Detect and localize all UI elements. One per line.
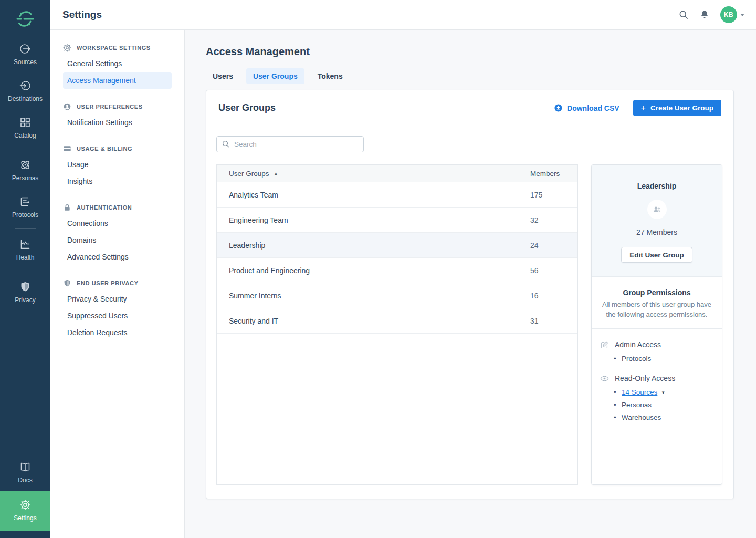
sidebar-item-sources[interactable]: Sources (0, 36, 50, 73)
primary-sidebar: Sources Destinations Catalog Personas Pr… (0, 0, 50, 538)
permission-item: Protocols (600, 355, 713, 363)
group-name: Leadership (600, 182, 713, 190)
group-detail-summary: Leadership 27 Members Edit User Group (592, 165, 722, 277)
permission-item: Personas (600, 401, 713, 409)
sidebar-spacer (0, 311, 50, 454)
table-row-selected[interactable]: Leadership 24 (217, 233, 578, 258)
app-window: Sources Destinations Catalog Personas Pr… (0, 0, 756, 538)
user-icon (63, 102, 71, 111)
tab-users[interactable]: Users (206, 68, 240, 84)
create-user-group-label: Create User Group (650, 104, 713, 112)
group-avatar (647, 200, 667, 219)
sidebar-item-destinations[interactable]: Destinations (0, 73, 50, 109)
sidebar-item-health[interactable]: Health (0, 231, 50, 268)
divider (592, 328, 722, 329)
page-section-title: Settings (62, 9, 102, 20)
group-detail-panel: Leadership 27 Members Edit User Group Gr… (591, 164, 722, 485)
user-menu[interactable]: KB (720, 6, 744, 23)
sidebar-item-label: Privacy (15, 296, 35, 304)
section-title: USER PREFERENCES (77, 104, 143, 110)
page-title: Access Management (206, 46, 734, 58)
column-header-user-groups[interactable]: User Groups ▲ (229, 170, 530, 178)
permissions-description: All members of this user group have the … (600, 300, 713, 320)
chevron-down-icon (740, 14, 744, 16)
sidebar-item-access-management[interactable]: Access Management (63, 72, 172, 89)
sidebar-item-label: Protocols (12, 211, 38, 219)
settings-sidebar: WORKSPACE SETTINGS General Settings Acce… (50, 30, 185, 538)
user-groups-card: User Groups Download CSV + Create User G… (206, 90, 734, 499)
group-permissions: Group Permissions All members of this us… (592, 277, 722, 438)
avatar[interactable]: KB (720, 6, 737, 23)
permission-item: Warehouses (600, 413, 713, 421)
section-title: AUTHENTICATION (77, 204, 132, 211)
tab-user-groups[interactable]: User Groups (246, 68, 304, 84)
create-user-group-button[interactable]: + Create User Group (633, 100, 721, 116)
permissions-title: Group Permissions (600, 288, 713, 297)
eye-icon (600, 374, 609, 383)
table-row[interactable]: Analytics Team 175 (217, 182, 578, 208)
sidebar-item-label: Docs (18, 477, 32, 484)
sidebar-divider (15, 271, 36, 271)
download-icon (554, 104, 563, 112)
sidebar-item-privacy[interactable]: Privacy (0, 274, 50, 311)
search-input[interactable] (216, 136, 364, 152)
sidebar-item-general-settings[interactable]: General Settings (63, 55, 172, 72)
sources-icon (19, 43, 32, 55)
member-count: 27 Members (600, 228, 713, 236)
sidebar-item-domains[interactable]: Domains (63, 232, 172, 249)
lock-icon (63, 203, 71, 212)
sidebar-item-label: Personas (12, 174, 39, 182)
sidebar-item-notification-settings[interactable]: Notification Settings (63, 114, 172, 131)
search-icon[interactable] (678, 9, 689, 20)
sources-count-link[interactable]: 14 Sources (622, 388, 657, 396)
sidebar-item-suppressed-users[interactable]: Suppressed Users (63, 307, 172, 324)
notifications-bell-icon[interactable] (699, 9, 710, 20)
sidebar-item-label: Health (16, 254, 35, 261)
permission-item-sources: 14 Sources▼ (600, 388, 713, 396)
sidebar-item-label: Destinations (8, 95, 43, 102)
chevron-down-icon[interactable]: ▼ (661, 390, 665, 395)
health-icon (19, 238, 32, 251)
personas-icon (19, 159, 32, 171)
column-header-members: Members (530, 170, 568, 178)
sidebar-item-usage[interactable]: Usage (63, 156, 172, 173)
table-row[interactable]: Product and Engineering 56 (217, 258, 578, 283)
sidebar-item-privacy-security[interactable]: Privacy & Security (63, 291, 172, 307)
plus-icon: + (641, 104, 646, 112)
section-header-authentication: AUTHENTICATION (63, 203, 172, 212)
sidebar-item-settings[interactable]: Settings (0, 491, 50, 531)
sidebar-item-connections[interactable]: Connections (63, 215, 172, 232)
sidebar-item-catalog[interactable]: Catalog (0, 109, 50, 146)
sidebar-item-protocols[interactable]: Protocols (0, 189, 50, 225)
edit-user-group-button[interactable]: Edit User Group (621, 247, 692, 263)
sidebar-item-advanced-settings[interactable]: Advanced Settings (63, 249, 172, 265)
sidebar-item-deletion-requests[interactable]: Deletion Requests (63, 324, 172, 341)
sort-ascending-icon: ▲ (274, 171, 278, 176)
sidebar-item-label: Sources (14, 58, 37, 66)
readonly-access-section: Read-Only Access 14 Sources▼ Personas Wa… (600, 374, 713, 421)
credit-card-icon (63, 144, 71, 153)
group-people-icon (652, 204, 662, 214)
section-header-user-preferences: USER PREFERENCES (63, 102, 172, 111)
sidebar-item-insights[interactable]: Insights (63, 173, 172, 190)
shield-icon (63, 279, 71, 287)
search-icon (222, 140, 230, 148)
segment-logo-icon[interactable] (14, 7, 37, 30)
table-row[interactable]: Security and IT 31 (217, 308, 578, 334)
readonly-access-label: Read-Only Access (615, 374, 675, 382)
download-csv-button[interactable]: Download CSV (554, 104, 620, 112)
destinations-icon (19, 79, 32, 92)
tab-tokens[interactable]: Tokens (311, 68, 350, 84)
edit-icon (600, 340, 609, 349)
admin-access-label: Admin Access (615, 340, 661, 349)
table-row[interactable]: Engineering Team 32 (217, 208, 578, 233)
download-csv-label: Download CSV (567, 104, 620, 112)
protocols-icon (19, 195, 32, 208)
catalog-icon (19, 116, 32, 129)
search-box (216, 136, 364, 152)
sidebar-item-personas[interactable]: Personas (0, 152, 50, 189)
sidebar-item-docs[interactable]: Docs (0, 454, 50, 491)
card-title: User Groups (218, 102, 276, 113)
table-row[interactable]: Summer Interns 16 (217, 283, 578, 308)
section-title: WORKSPACE SETTINGS (77, 45, 151, 51)
